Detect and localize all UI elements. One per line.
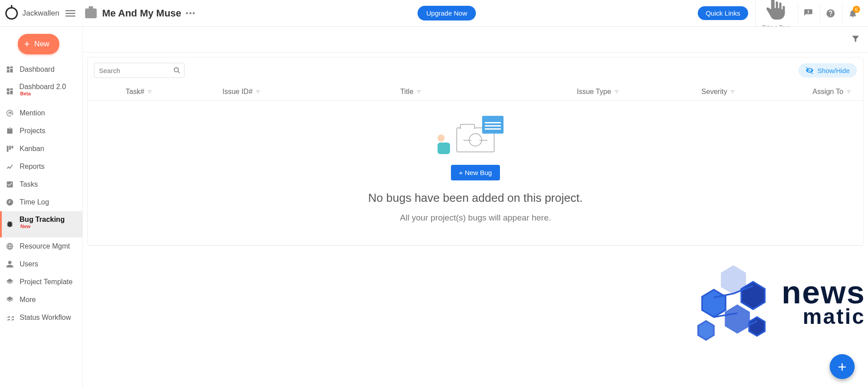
eye-off-icon [806,66,814,74]
column-issueid[interactable]: Issue ID# [190,88,293,96]
username-label: Jackwallen [22,9,59,18]
workflow-icon [5,313,14,322]
folder-icon [456,127,495,152]
plus-icon: + [24,38,30,50]
sidebar-item-workflow[interactable]: Status Workflow [0,309,82,327]
sidebar-item-timelog[interactable]: Time Log [0,193,82,211]
tasks-icon [5,180,14,189]
user-icon [5,260,14,269]
sidebar-item-dashboard[interactable]: Dashboard [0,61,82,78]
new-button[interactable]: + New [18,34,59,54]
top-right: Quick Links Take a Tour 6 [698,0,863,31]
layers-icon [5,278,14,286]
sidebar-item-mention[interactable]: Mention [0,104,82,122]
bug-outline-icon [469,133,482,147]
filter-icon[interactable] [848,32,863,48]
notifications-icon[interactable]: 6 [842,3,863,24]
sidebar-item-dashboard2[interactable]: Dashboard 2.0 Beta [0,78,82,104]
globe-icon [5,242,14,251]
sidebar-item-label: Users [20,260,38,268]
empty-state: + New Bug No bugs have been added on thi… [88,101,863,245]
watermark-line1: news [782,278,865,307]
dashboard2-icon [5,87,14,96]
sidebar-item-users[interactable]: Users [0,255,82,273]
toolbar [83,27,868,53]
sidebar-item-more[interactable]: More [0,291,82,309]
sidebar-item-kanban[interactable]: Kanban [0,140,82,158]
search-row: Show/Hide [88,57,863,83]
empty-illustration [456,127,495,152]
svg-marker-4 [749,317,765,336]
document-icon [482,116,504,134]
sidebar-item-label: Status Workflow [20,314,71,322]
project-more-icon[interactable]: ••• [186,9,196,17]
main-area: Show/Hide Task# Issue ID# Title Issue Ty… [83,27,868,388]
bug-icon [5,220,14,229]
sidebar-item-label: More [20,296,36,304]
layers-icon [5,295,14,304]
upgrade-button[interactable]: Upgrade Now [418,6,476,20]
feedback-icon[interactable] [798,3,818,24]
person-icon [438,135,450,154]
menu-toggle-icon[interactable] [66,10,75,16]
new-tag: New [20,224,31,229]
fab-add-button[interactable]: + [830,354,855,379]
beta-tag: Beta [20,91,31,96]
sidebar-item-resource[interactable]: Resource Mgmt [0,237,82,255]
column-severity[interactable]: Severity [667,88,770,96]
sidebar-item-label: Reports [20,163,45,171]
hand-pointer-icon [762,0,790,25]
search-group [94,63,184,78]
sidebar: + New Dashboard Dashboard 2.0 Beta Menti… [0,27,83,388]
sort-icon [730,89,735,94]
show-hide-button[interactable]: Show/Hide [798,63,857,78]
table-header: Task# Issue ID# Title Issue Type Severit… [88,83,863,101]
search-input[interactable] [94,63,170,78]
sort-icon [255,89,261,94]
watermark-text: news matic [782,278,865,329]
reports-icon [5,162,14,171]
top-center: Upgrade Now [196,6,698,20]
sidebar-item-reports[interactable]: Reports [0,158,82,176]
briefcase-icon [85,8,97,18]
column-title[interactable]: Title [293,88,529,96]
svg-marker-2 [702,290,726,317]
sidebar-item-label: Bug Tracking [20,216,65,223]
sidebar-item-label: Time Log [20,198,49,206]
take-tour-button[interactable]: Take a Tour [755,0,796,31]
sidebar-item-tasks[interactable]: Tasks [0,176,82,193]
empty-title: No bugs have been added on this project. [88,191,863,205]
show-hide-label: Show/Hide [817,67,850,74]
sidebar-item-label: Dashboard 2.0 [19,83,66,90]
search-icon [173,67,180,74]
new-bug-button[interactable]: + New Bug [451,165,500,180]
quick-links-button[interactable]: Quick Links [698,6,749,20]
notification-badge: 6 [853,6,860,13]
sidebar-item-label: Tasks [20,180,38,188]
svg-marker-3 [725,305,749,333]
watermark-logo: news matic [694,261,865,345]
projects-icon [5,127,14,135]
sidebar-item-template[interactable]: Project Template [0,273,82,291]
sort-icon [147,89,152,94]
app-logo-icon [5,7,18,20]
sidebar-item-label: Resource Mgmt [20,242,70,250]
svg-marker-5 [698,321,714,340]
new-button-label: New [34,40,49,49]
sort-icon [614,89,619,94]
column-issuetype[interactable]: Issue Type [529,88,667,96]
sidebar-item-label: Projects [20,127,45,135]
sort-icon [846,89,852,94]
sidebar-item-label: Dashboard [20,65,54,74]
search-button[interactable] [169,63,184,78]
sidebar-item-label: Project Template [20,278,73,286]
sidebar-item-bugtracking[interactable]: Bug Tracking New [0,211,82,237]
mention-icon [5,109,14,118]
sidebar-item-projects[interactable]: Projects [0,122,82,140]
column-task[interactable]: Task# [88,88,190,96]
content-card: Show/Hide Task# Issue ID# Title Issue Ty… [87,57,864,246]
column-assignto[interactable]: Assign To [770,88,868,96]
project-title: Me And My Muse [102,8,181,19]
sidebar-nav: Dashboard Dashboard 2.0 Beta Mention Pro… [0,61,82,327]
help-icon[interactable] [820,3,840,24]
